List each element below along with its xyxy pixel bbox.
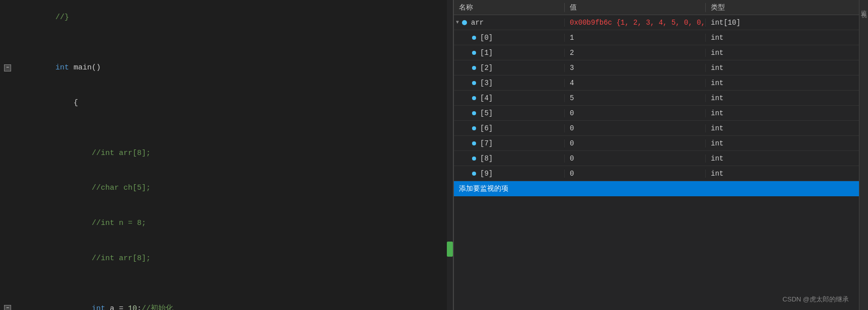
watermark: CSDN @虎太郎的继承: [782, 295, 849, 304]
scrollbar-track[interactable]: [447, 0, 453, 310]
dot-icon-arr9: [472, 172, 476, 176]
add-watch-row[interactable]: 添加要监视的项: [454, 181, 859, 196]
line-code-cm3: //int n = 8;: [15, 206, 453, 241]
line-code-int-a: int a = 10;//初始化: [15, 291, 453, 310]
debug-row-arr0[interactable]: [0] 1 int: [454, 30, 859, 45]
line-code-cm1: //int arr[8];: [15, 135, 453, 171]
code-line-cm2: //char ch[5];: [0, 171, 453, 206]
dot-icon-arr7: [472, 141, 476, 145]
scrollbar-thumb[interactable]: [447, 242, 453, 257]
line-code-main: int main(): [15, 50, 453, 86]
expand-main[interactable]: −: [4, 64, 11, 71]
line-code-cm4: //int arr[8];: [15, 241, 453, 276]
header-name: 名称: [454, 3, 565, 12]
header-type: 类型: [706, 3, 859, 12]
debug-row-arr[interactable]: ▼ arr 0x00b9fb6c {1, 2, 3, 4, 5, 0, 0, 0…: [454, 15, 859, 30]
dot-icon-arr1: [472, 51, 476, 55]
debug-row-arr4[interactable]: [4] 5 int: [454, 91, 859, 106]
debug-row-arr7[interactable]: [7] 0 int: [454, 136, 859, 151]
dot-icon-arr3: [472, 81, 476, 85]
dot-icon-arr2: [472, 66, 476, 70]
debug-value-arr7: 0: [565, 139, 706, 147]
code-line-main: − int main(): [0, 50, 453, 86]
debug-value-arr1: 2: [565, 49, 706, 57]
dot-icon-arr6: [472, 126, 476, 130]
debug-value-arr4: 5: [565, 94, 706, 102]
code-content: //} − int main() {: [0, 0, 453, 310]
debug-value-arr6: 0: [565, 124, 706, 132]
debug-value-arr9: 0: [565, 170, 706, 178]
debug-type-arr2: int: [706, 64, 859, 72]
debug-type-arr7: int: [706, 139, 859, 147]
debug-type-arr1: int: [706, 49, 859, 57]
code-line-cm1: //int arr[8];: [0, 135, 453, 171]
debug-row-arr5[interactable]: [5] 0 int: [454, 106, 859, 121]
debug-type-arr3: int: [706, 79, 859, 87]
debug-type-arr0: int: [706, 34, 859, 42]
line-code-cm2: //char ch[5];: [15, 171, 453, 206]
debug-type-arr4: int: [706, 94, 859, 102]
debug-name-arr6: [6]: [454, 124, 565, 132]
debug-name-arr3: [3]: [454, 79, 565, 87]
debug-type-arr8: int: [706, 154, 859, 163]
dot-icon-arr0: [472, 36, 476, 40]
debug-type-arr5: int: [706, 109, 859, 117]
code-line-cm3: //int n = 8;: [0, 206, 453, 241]
dot-icon-arr8: [472, 157, 476, 161]
code-panel: //} − int main() {: [0, 0, 453, 310]
code-line-int-a: − int a = 10;//初始化: [0, 291, 453, 310]
debug-row-arr3[interactable]: [3] 4 int: [454, 75, 859, 91]
debug-header: 名称 值 类型: [454, 0, 859, 15]
debug-type-arr9: int: [706, 170, 859, 178]
gutter-main: −: [0, 64, 15, 71]
debug-row-arr9[interactable]: [9] 0 int: [454, 166, 859, 181]
code-line-blank2: [0, 120, 453, 135]
debug-panel: 名称 值 类型 ▼ arr 0x00b9fb6c {1, 2, 3, 4, 5,…: [453, 0, 859, 310]
debug-name-arr1: [1]: [454, 49, 565, 57]
debug-type-arr6: int: [706, 124, 859, 132]
line-code-brace-open: {: [15, 86, 453, 121]
debug-name-arr0: [0]: [454, 34, 565, 42]
dot-icon-arr: [462, 20, 467, 25]
debug-name-arr: ▼ arr: [454, 19, 565, 27]
debug-name-arr9: [9]: [454, 170, 565, 178]
right-side-panel: 监 视: [859, 0, 868, 310]
header-value: 值: [565, 3, 706, 12]
expand-int-a[interactable]: −: [4, 305, 11, 310]
code-line-blank1: [0, 35, 453, 50]
debug-name-arr2: [2]: [454, 64, 565, 72]
code-line-cm4: //int arr[8];: [0, 241, 453, 276]
debug-row-arr6[interactable]: [6] 0 int: [454, 121, 859, 136]
debug-type-arr: int[10]: [706, 19, 859, 27]
debug-name-arr7: [7]: [454, 139, 565, 147]
debug-row-arr8[interactable]: [8] 0 int: [454, 151, 859, 166]
debug-table: 名称 值 类型 ▼ arr 0x00b9fb6c {1, 2, 3, 4, 5,…: [454, 0, 859, 310]
debug-value-arr2: 3: [565, 64, 706, 72]
debug-value-arr5: 0: [565, 109, 706, 117]
gutter-int-a: −: [0, 305, 15, 310]
code-line-blank3: [0, 276, 453, 291]
debug-row-arr1[interactable]: [1] 2 int: [454, 45, 859, 60]
debug-value-arr: 0x00b9fb6c {1, 2, 3, 4, 5, 0, 0, 0,...: [565, 19, 706, 27]
debug-name-arr8: [8]: [454, 154, 565, 163]
debug-value-arr3: 4: [565, 79, 706, 87]
add-watch-label: 添加要监视的项: [459, 184, 508, 193]
line-code-1: //}: [15, 0, 453, 35]
debug-name-arr5: [5]: [454, 109, 565, 117]
debug-name-arr4: [4]: [454, 94, 565, 102]
debug-row-arr2[interactable]: [2] 3 int: [454, 60, 859, 75]
debug-value-arr8: 0: [565, 154, 706, 163]
debug-value-arr0: 1: [565, 34, 706, 42]
code-line-brace-open: {: [0, 86, 453, 121]
code-line-1: //}: [0, 0, 453, 35]
expand-icon-arr[interactable]: ▼: [456, 20, 459, 25]
dot-icon-arr4: [472, 96, 476, 100]
dot-icon-arr5: [472, 111, 476, 115]
